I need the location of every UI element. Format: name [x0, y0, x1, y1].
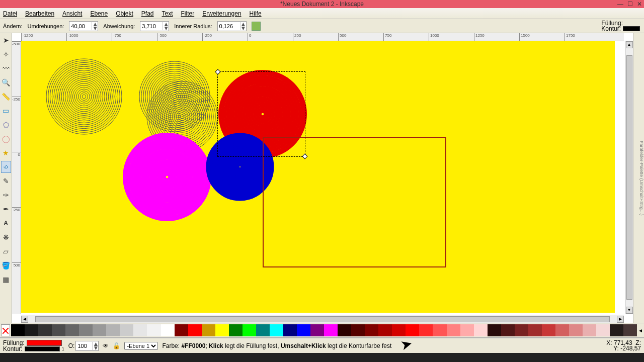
palette-swatch[interactable] — [324, 324, 338, 336]
palette-swatch[interactable] — [474, 324, 488, 336]
pencil-tool[interactable]: ✎ — [1, 175, 11, 187]
opacity-spinner[interactable]: ▲▼ — [75, 341, 99, 351]
node-tool[interactable]: ✧ — [1, 48, 11, 60]
palette-swatch[interactable] — [215, 324, 229, 336]
tweak-tool[interactable]: 〰 — [1, 62, 11, 74]
palette-swatch[interactable] — [501, 324, 515, 336]
menu-hilfe[interactable]: Hilfe — [250, 10, 262, 17]
palette-swatch[interactable] — [120, 324, 133, 336]
layer-selector[interactable]: -Ebene 1 — [124, 342, 158, 350]
defaults-icon[interactable] — [252, 22, 261, 31]
circle-tool[interactable]: ◯ — [1, 133, 11, 145]
palette-swatch[interactable] — [161, 324, 175, 336]
scrollbar-horizontal[interactable]: ◀▶ — [21, 315, 624, 323]
palette-swatch[interactable] — [623, 324, 637, 336]
menu-ebene[interactable]: Ebene — [90, 10, 108, 17]
palette-swatch[interactable] — [65, 324, 79, 336]
palette-swatch[interactable] — [488, 324, 501, 336]
palette-swatch[interactable] — [338, 324, 351, 336]
palette-swatch[interactable] — [256, 324, 270, 336]
palette-swatch[interactable] — [583, 324, 596, 336]
menu-filter[interactable]: Filter — [181, 10, 195, 17]
text-tool[interactable]: A — [1, 217, 11, 229]
spray-tool[interactable]: ❋ — [1, 231, 11, 243]
rect-tool[interactable]: ▭ — [1, 105, 11, 117]
turns-spinner[interactable]: ▲▼ — [69, 21, 98, 31]
status-fill-swatch[interactable] — [27, 340, 62, 346]
3dbox-tool[interactable]: ⬠ — [1, 119, 11, 131]
zoom-tool[interactable]: 🔍 — [1, 76, 11, 88]
palette-swatch[interactable] — [270, 324, 283, 336]
palette-swatch[interactable] — [243, 324, 256, 336]
palette-swatch[interactable] — [447, 324, 460, 336]
palette-swatch[interactable] — [106, 324, 120, 336]
viewport[interactable] — [21, 41, 624, 314]
palette-swatch[interactable] — [175, 324, 188, 336]
inner-radius-spinner[interactable]: ▲▼ — [217, 21, 247, 31]
palette-swatch[interactable] — [25, 324, 38, 336]
layer-visibility-icon[interactable]: 👁 — [103, 342, 109, 349]
bucket-tool[interactable]: 🪣 — [1, 259, 11, 272]
maximize-button[interactable]: ☐ — [627, 1, 633, 8]
eraser-tool[interactable]: ▱ — [1, 245, 11, 257]
palette-swatch[interactable] — [555, 324, 569, 336]
palette-swatch[interactable] — [569, 324, 583, 336]
palette-swatch[interactable] — [542, 324, 555, 336]
menu-text[interactable]: Text — [162, 10, 173, 17]
palette-swatch[interactable] — [52, 324, 65, 336]
palette-swatch[interactable] — [392, 324, 406, 336]
divergence-spinner[interactable]: ▲▼ — [140, 21, 169, 31]
scrollbar-vertical[interactable]: ▲▼ — [625, 41, 633, 314]
menu-erweiterungen[interactable]: Erweiterungen — [202, 10, 241, 17]
palette-swatch[interactable] — [378, 324, 392, 336]
status-stroke-swatch[interactable] — [25, 346, 60, 351]
palette-swatch[interactable] — [310, 324, 324, 336]
palette-swatch[interactable] — [11, 324, 25, 336]
palette-swatch[interactable] — [133, 324, 147, 336]
palette-swatch[interactable] — [460, 324, 474, 336]
menu-bearbeiten[interactable]: Bearbeiten — [25, 10, 54, 17]
menu-datei[interactable]: Datei — [3, 10, 17, 17]
close-button[interactable]: ✕ — [637, 1, 642, 8]
measure-tool[interactable]: 📏 — [1, 90, 11, 103]
palette-swatch[interactable] — [147, 324, 160, 336]
menu-pfad[interactable]: Pfad — [141, 10, 154, 17]
palette-swatch[interactable] — [297, 324, 310, 336]
calligraphy-tool[interactable]: ✒ — [1, 203, 11, 215]
palette-swatch[interactable] — [610, 324, 623, 336]
os-taskbar[interactable] — [0, 353, 644, 362]
palette-swatch[interactable] — [351, 324, 365, 336]
menu-objekt[interactable]: Objekt — [116, 10, 133, 17]
palette-swatch[interactable] — [406, 324, 419, 336]
palette-swatch[interactable] — [93, 324, 106, 336]
palette-swatch[interactable] — [79, 324, 93, 336]
star-tool[interactable]: ★ — [1, 147, 11, 159]
palette-menu-icon[interactable]: ◂ — [637, 327, 644, 334]
spiral-magenta[interactable] — [122, 132, 212, 222]
palette-swatch[interactable] — [433, 324, 446, 336]
spiral-olive-1[interactable] — [44, 56, 124, 137]
palette-swatch[interactable] — [365, 324, 378, 336]
window-titlebar: *Neues Dokument 2 - Inkscape — ☐ ✕ — [0, 0, 644, 8]
palette-swatch[interactable] — [528, 324, 542, 336]
layer-lock-icon[interactable]: 🔓 — [113, 342, 120, 349]
palette-swatch[interactable] — [202, 324, 215, 336]
spiral-tool[interactable]: ꩜ — [1, 161, 11, 173]
docked-panels[interactable]: Farbfelder-Palette (Umschalt+Strg…) — [633, 33, 644, 323]
palette-swatch[interactable] — [38, 324, 52, 336]
palette-swatch[interactable] — [515, 324, 528, 336]
no-color-swatch[interactable] — [1, 324, 10, 336]
palette-swatch[interactable] — [596, 324, 610, 336]
palette-swatch[interactable] — [229, 324, 243, 336]
bezier-tool[interactable]: ✑ — [1, 189, 11, 201]
gradient-tool[interactable]: ▦ — [1, 274, 11, 286]
palette-swatch[interactable] — [188, 324, 202, 336]
palette-swatch[interactable] — [283, 324, 297, 336]
ruler-vertical: -500-2500250500 — [12, 41, 21, 314]
menu-ansicht[interactable]: Ansicht — [62, 10, 82, 17]
minimize-button[interactable]: — — [617, 1, 623, 8]
rectangle-shape[interactable] — [263, 137, 446, 267]
palette-swatch[interactable] — [419, 324, 433, 336]
pointer-tool[interactable]: ➤ — [1, 34, 11, 46]
stroke-swatch-tr[interactable] — [623, 26, 640, 31]
